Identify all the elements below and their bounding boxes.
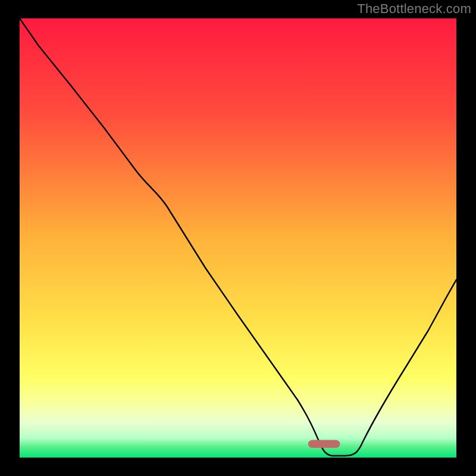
chart-stage: TheBottleneck.com: [0, 0, 476, 476]
optimal-band-marker: [308, 440, 340, 447]
attribution-text: TheBottleneck.com: [357, 1, 471, 17]
bottleneck-chart: [0, 0, 476, 476]
